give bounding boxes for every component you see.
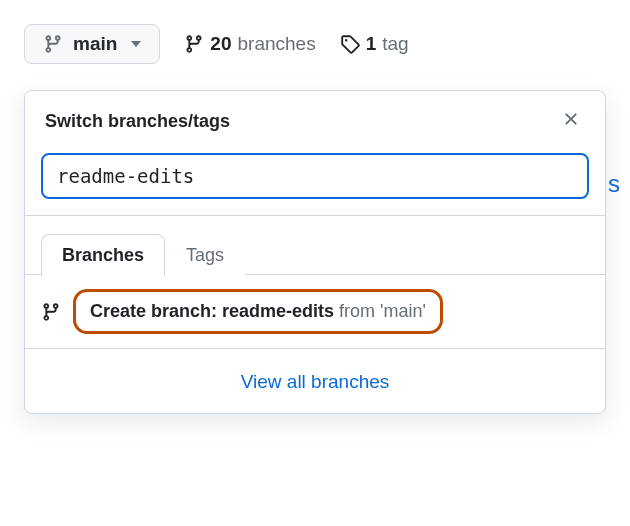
branch-icon bbox=[184, 34, 204, 54]
create-branch-from: from 'main' bbox=[334, 301, 426, 321]
branches-link[interactable]: 20 branches bbox=[184, 33, 315, 55]
branch-search-input[interactable] bbox=[41, 153, 589, 199]
create-branch-highlight: Create branch: readme-edits from 'main' bbox=[73, 289, 443, 334]
create-branch-row[interactable]: Create branch: readme-edits from 'main' bbox=[25, 275, 605, 349]
dropdown-title: Switch branches/tags bbox=[45, 111, 230, 132]
close-button[interactable] bbox=[557, 105, 585, 137]
tags-link[interactable]: 1 tag bbox=[340, 33, 409, 55]
tags-count: 1 bbox=[366, 33, 377, 55]
create-branch-prefix: Create branch: bbox=[90, 301, 222, 321]
background-text: s bbox=[608, 170, 620, 198]
branches-count: 20 bbox=[210, 33, 231, 55]
branch-selector-button[interactable]: main bbox=[24, 24, 160, 64]
caret-down-icon bbox=[131, 41, 141, 47]
create-branch-name: readme-edits bbox=[222, 301, 334, 321]
tag-icon bbox=[340, 34, 360, 54]
branch-icon bbox=[41, 302, 61, 322]
tags-label: tag bbox=[382, 33, 408, 55]
branch-selector-label: main bbox=[73, 33, 117, 55]
tab-branches[interactable]: Branches bbox=[41, 234, 165, 276]
branch-switcher-dropdown: Switch branches/tags Branches Tags Creat… bbox=[24, 90, 606, 414]
branches-label: branches bbox=[238, 33, 316, 55]
view-all-branches-link[interactable]: View all branches bbox=[241, 371, 390, 392]
tab-tags[interactable]: Tags bbox=[165, 234, 245, 276]
branch-icon bbox=[43, 34, 63, 54]
close-icon bbox=[561, 109, 581, 129]
